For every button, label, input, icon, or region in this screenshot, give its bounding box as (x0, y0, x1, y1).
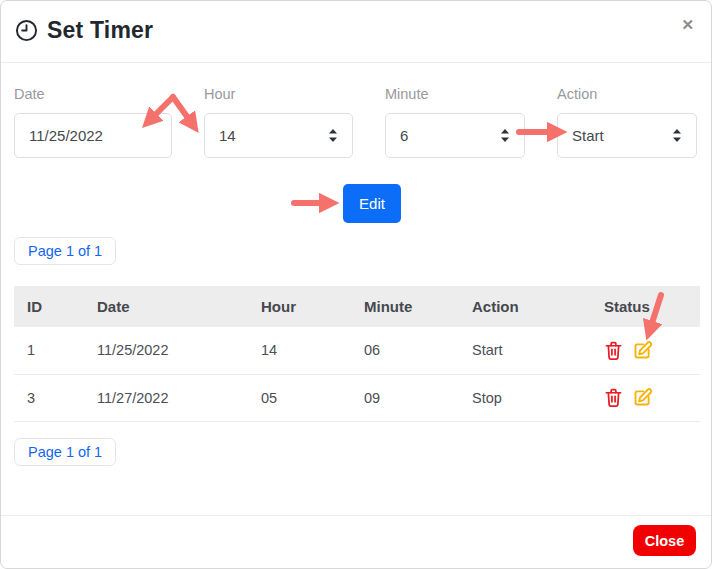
minute-select[interactable]: 6 (385, 113, 525, 158)
date-input[interactable] (14, 113, 172, 158)
delete-row-button[interactable] (604, 387, 623, 408)
cell-date: 11/27/2022 (84, 374, 248, 421)
close-x-icon[interactable]: ✕ (681, 17, 694, 32)
pagination-bottom[interactable]: Page 1 of 1 (14, 438, 116, 466)
action-select-value: Start (572, 127, 604, 144)
cell-action: Stop (459, 374, 591, 421)
up-down-stepper-icon (500, 129, 510, 142)
trash-icon (604, 387, 623, 408)
cell-status (591, 374, 700, 421)
dialog-title: Set Timer (47, 17, 153, 44)
action-select[interactable]: Start (557, 113, 697, 158)
pagination-top[interactable]: Page 1 of 1 (14, 237, 116, 265)
up-down-stepper-icon (672, 129, 682, 142)
edit-pencil-square-icon (632, 387, 653, 408)
col-header-date: Date (84, 286, 248, 327)
cell-hour: 05 (248, 374, 351, 421)
edit-button[interactable]: Edit (343, 184, 401, 223)
col-header-minute: Minute (351, 286, 459, 327)
cell-minute: 09 (351, 374, 459, 421)
hour-select[interactable]: 14 (204, 113, 353, 158)
close-button[interactable]: Close (633, 525, 696, 556)
col-header-id: ID (14, 286, 84, 327)
col-header-hour: Hour (248, 286, 351, 327)
timer-form: Date Hour 14 Minute 6 Action (14, 86, 697, 158)
table-row: 3 11/27/2022 05 09 Stop (14, 374, 700, 421)
date-label: Date (14, 86, 172, 102)
dialog-footer: Close (1, 515, 711, 568)
cell-date: 11/25/2022 (84, 327, 248, 374)
cell-status (591, 327, 700, 374)
set-timer-dialog: Set Timer ✕ Date Hour 14 Minute 6 (0, 0, 712, 569)
cell-id: 1 (14, 327, 84, 374)
minute-select-value: 6 (400, 127, 408, 144)
edit-row-button[interactable] (632, 340, 653, 361)
timers-table: ID Date Hour Minute Action Status 1 11/2… (14, 286, 700, 422)
edit-row-button[interactable] (632, 387, 653, 408)
action-label: Action (557, 86, 697, 102)
cell-action: Start (459, 327, 591, 374)
cell-hour: 14 (248, 327, 351, 374)
table-header: ID Date Hour Minute Action Status (14, 286, 700, 327)
date-field-group: Date (14, 86, 172, 158)
cell-minute: 06 (351, 327, 459, 374)
up-down-stepper-icon (328, 129, 338, 142)
action-field-group: Action Start (557, 86, 697, 158)
delete-row-button[interactable] (604, 340, 623, 361)
hour-field-group: Hour 14 (204, 86, 353, 158)
edit-pencil-square-icon (632, 340, 653, 361)
minute-label: Minute (385, 86, 525, 102)
col-header-status: Status (591, 286, 700, 327)
dialog-title-wrap: Set Timer (15, 17, 153, 44)
clock-icon (15, 19, 38, 42)
col-header-action: Action (459, 286, 591, 327)
dialog-header: Set Timer ✕ (1, 1, 711, 63)
table-row: 1 11/25/2022 14 06 Start (14, 327, 700, 374)
minute-field-group: Minute 6 (385, 86, 525, 158)
hour-label: Hour (204, 86, 353, 102)
cell-id: 3 (14, 374, 84, 421)
trash-icon (604, 340, 623, 361)
hour-select-value: 14 (219, 127, 236, 144)
